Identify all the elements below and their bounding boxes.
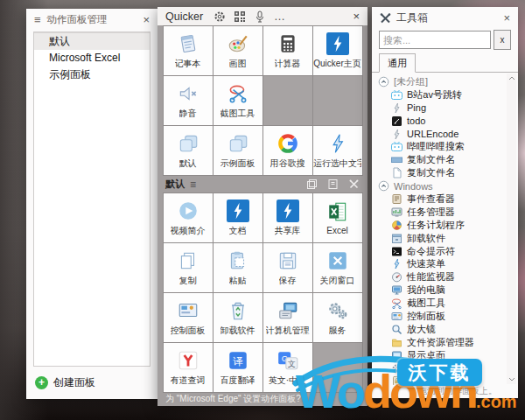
snip-sm-icon [391, 298, 402, 309]
action-cell[interactable]: 用谷歌搜 [263, 126, 312, 175]
tool-item[interactable]: 本地安全策略 [378, 374, 504, 385]
more-icon[interactable]: … [274, 14, 286, 18]
tab-general[interactable]: 通用 [379, 53, 416, 73]
tool-item[interactable]: 性能监视器 [378, 270, 504, 284]
action-cell[interactable]: 复制 [164, 243, 213, 292]
tool-item[interactable]: 快速菜单 [378, 257, 504, 270]
empty-cell [263, 76, 312, 125]
create-panel-button[interactable]: + 创建面板 [26, 371, 158, 399]
action-cell[interactable]: 控制面板 [164, 293, 213, 342]
action-cell[interactable]: 保存 [263, 243, 312, 292]
tool-item[interactable]: 显示桌面 [378, 349, 504, 362]
tool-item[interactable]: 事件查看器 [378, 192, 504, 206]
tool-item-label: 任务管理器 [407, 206, 455, 219]
tool-group-header[interactable]: Windows [378, 179, 504, 192]
tool-item[interactable]: 哔哩哔哩搜索 [378, 140, 504, 153]
tool-item-label: URLEncode [407, 129, 458, 139]
tool-item-label: 命令提示符 [407, 245, 455, 258]
tool-item-label: 卸载软件 [407, 232, 445, 245]
panel-list-item[interactable]: 默认 [34, 32, 150, 50]
tool-item[interactable]: B站av号跳转 [378, 88, 504, 102]
action-label: 计算机管理 [266, 325, 310, 337]
gears-icon [326, 299, 349, 322]
svg-text:文: 文 [287, 359, 295, 368]
tool-item[interactable]: 卸载软件 [378, 232, 504, 245]
duplicate-icon[interactable] [306, 178, 318, 190]
panel-list-item[interactable]: 示例面板 [34, 66, 150, 83]
event-log-icon [391, 193, 402, 205]
microphone-icon[interactable] [254, 10, 266, 23]
section-menu-icon[interactable]: ≡ [190, 179, 196, 190]
action-cell[interactable]: 默认 [164, 126, 213, 175]
action-label: 静音 [179, 108, 197, 120]
close-icon[interactable]: × [353, 10, 360, 23]
qr-code-icon[interactable] [234, 10, 246, 23]
tool-item[interactable]: 我的电脑 [378, 284, 504, 297]
action-label: 用谷歌搜 [270, 158, 305, 170]
toolbox-icon [380, 12, 391, 24]
edit-panel-icon[interactable] [327, 178, 339, 190]
action-cell[interactable]: 有道查词 [164, 343, 213, 392]
control-sm-icon [391, 311, 402, 322]
tool-item[interactable]: todo [378, 115, 504, 128]
gear-icon[interactable] [214, 10, 226, 23]
action-cell[interactable]: 粘贴 [214, 243, 262, 292]
tool-item[interactable]: 截图工具 [378, 297, 504, 310]
search-input[interactable] [379, 31, 491, 49]
action-label: 英文·中文 [269, 374, 306, 387]
tool-item[interactable]: 服务 [378, 362, 504, 375]
tool-item[interactable]: 复制文件名 [378, 153, 504, 166]
action-cell[interactable]: 关闭窗口 [313, 243, 362, 292]
status-suggestion[interactable]: 为 "Microsoft Edge" 设置动作面板? [158, 393, 368, 406]
action-cell[interactable]: 服务 [313, 293, 362, 342]
tool-item-label: 放大镜 [407, 323, 436, 336]
toolbox-icon[interactable] [348, 178, 360, 190]
action-cell[interactable]: 截图工具 [214, 76, 262, 125]
recycle-icon [227, 299, 249, 322]
tool-item[interactable]: 放大镜 [378, 323, 504, 336]
action-label: 有道查词 [171, 374, 206, 387]
menu-icon[interactable]: ≡ [34, 14, 41, 25]
calculator-icon [276, 32, 299, 55]
panel-list-item[interactable]: Microsoft Excel [34, 50, 150, 66]
cmd-icon [391, 246, 402, 257]
action-cell[interactable]: 示例面板 [214, 126, 262, 175]
action-cell[interactable]: 运行选中文字 [313, 126, 362, 175]
tool-group-header[interactable]: [未分组] [378, 75, 504, 88]
action-cell[interactable]: 译百度翻译 [214, 343, 262, 392]
action-cell[interactable]: 静音 [164, 76, 213, 125]
tool-item[interactable]: 文件资源管理器 [378, 336, 504, 349]
tool-item[interactable]: 任务管理器 [378, 206, 504, 219]
action-cell[interactable]: 计算机管理 [263, 293, 312, 342]
action-cell[interactable]: Quicker主页 [313, 26, 362, 75]
section-header: 默认 ≡ [158, 176, 368, 192]
tool-item-label: 事件查看器 [407, 192, 455, 206]
close-icon[interactable]: × [503, 11, 510, 24]
action-label: 共享库 [275, 225, 301, 237]
tool-item-label: 控制面板 [407, 310, 445, 323]
security-icon [391, 375, 402, 385]
action-cell[interactable]: 视频简介 [164, 193, 213, 242]
action-cell[interactable]: 共享库 [263, 193, 312, 242]
action-label: 截图工具 [220, 108, 256, 120]
action-cell[interactable]: 计算器 [263, 26, 312, 75]
tool-item[interactable]: URLEncode [378, 128, 504, 141]
action-cell[interactable]: G文英文·中文 [263, 343, 312, 392]
search-bar: x [372, 28, 518, 50]
action-cell[interactable]: 画图 [214, 26, 262, 75]
tool-item[interactable]: Ping [378, 102, 504, 115]
scrollbar[interactable] [507, 74, 516, 384]
tool-item[interactable]: 控制面板 [378, 310, 504, 323]
tool-item[interactable]: 任务计划程序 [378, 219, 504, 232]
close-icon[interactable]: × [143, 13, 150, 26]
action-cell[interactable]: 卸载软件 [214, 293, 262, 342]
tool-item[interactable]: 命令提示符 [378, 245, 504, 258]
tool-item-label: 哔哩哔哩搜索 [407, 140, 465, 153]
action-cell[interactable]: 记事本 [164, 26, 213, 75]
action-cell[interactable]: Excel [313, 193, 362, 242]
action-cell[interactable]: 文档 [214, 193, 262, 242]
clear-search-button[interactable]: x [494, 30, 511, 50]
tool-item[interactable]: 复制文件名 [378, 166, 504, 179]
page-icon [391, 167, 402, 178]
bolt-gray-icon [391, 102, 402, 114]
